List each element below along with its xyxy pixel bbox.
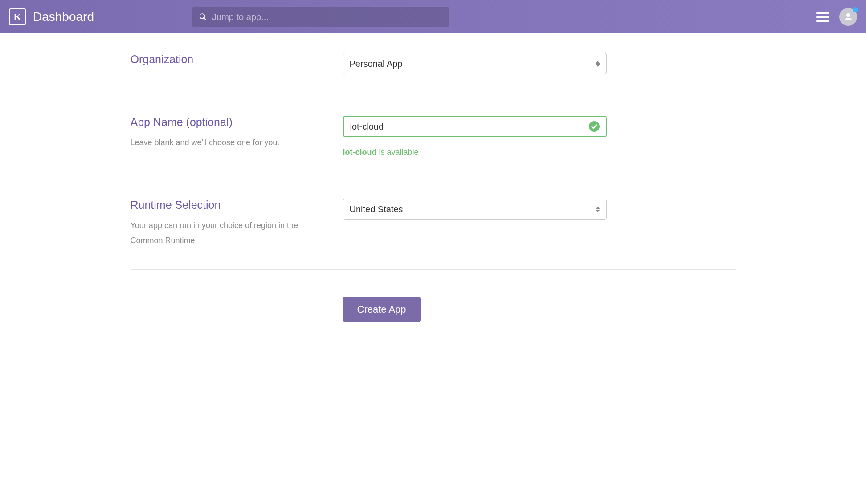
app-header: K Dashboard — [0, 0, 866, 33]
create-app-button[interactable]: Create App — [343, 297, 421, 322]
organization-select[interactable]: Personal App — [343, 53, 607, 74]
chevron-up-down-icon — [596, 61, 600, 67]
availability-message: iot-cloud is available — [343, 148, 736, 157]
organization-section: Organization Personal App — [131, 33, 736, 96]
app-name-section: App Name (optional) Leave blank and we'l… — [131, 96, 736, 179]
runtime-label: Runtime Selection — [131, 199, 343, 211]
notification-dot-icon — [853, 7, 858, 12]
submit-row: Create App — [131, 270, 736, 335]
runtime-help: Your app can run in your choice of regio… — [131, 218, 309, 248]
logo[interactable]: K — [9, 8, 26, 25]
runtime-selected-value: United States — [350, 204, 403, 215]
menu-icon[interactable] — [816, 12, 829, 22]
runtime-select[interactable]: United States — [343, 199, 607, 220]
app-name-help: Leave blank and we'll choose one for you… — [131, 135, 309, 150]
search-icon — [199, 13, 207, 21]
availability-name: iot-cloud — [343, 148, 377, 157]
chevron-up-down-icon — [596, 207, 600, 212]
logo-glyph: K — [13, 11, 21, 23]
app-name-input[interactable] — [350, 122, 589, 132]
organization-label: Organization — [131, 53, 343, 66]
availability-suffix: is available — [376, 148, 418, 157]
user-menu[interactable] — [839, 8, 857, 26]
runtime-section: Runtime Selection Your app can run in yo… — [131, 179, 736, 270]
search-box[interactable] — [192, 7, 449, 27]
check-circle-icon — [589, 121, 600, 132]
page-title: Dashboard — [33, 10, 94, 24]
app-name-input-wrap — [343, 116, 607, 137]
organization-selected-value: Personal App — [350, 59, 403, 69]
person-icon — [843, 12, 854, 22]
search-input[interactable] — [212, 12, 442, 22]
app-name-label: App Name (optional) — [131, 116, 343, 129]
